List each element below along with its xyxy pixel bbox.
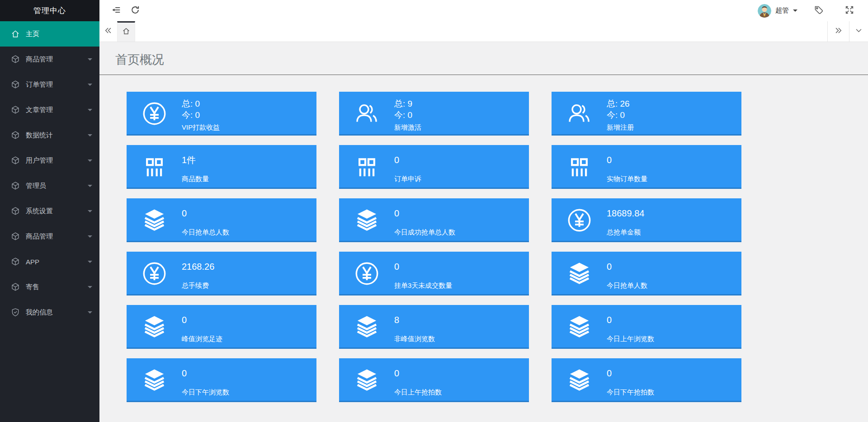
sidebar-item[interactable]: 我的信息 bbox=[0, 300, 99, 325]
stat-card-label: 今日抢单人数 bbox=[607, 281, 647, 290]
sidebar-item[interactable]: 系统设置 bbox=[0, 198, 99, 224]
stat-card-value: 0 bbox=[394, 208, 455, 218]
stat-card: 总: 0今: 0VIP打款收益 bbox=[127, 92, 316, 136]
cube-icon bbox=[11, 156, 20, 165]
goods-icon bbox=[339, 155, 394, 179]
cube-icon bbox=[11, 55, 20, 64]
tabbar bbox=[99, 21, 868, 42]
stat-card: 0今日成功抢单总人数 bbox=[339, 198, 529, 242]
stat-card-body: 8非峰值浏览数 bbox=[394, 310, 435, 343]
collapse-menu-button[interactable] bbox=[107, 1, 126, 20]
stat-card-label: 订单申诉 bbox=[394, 174, 421, 183]
stat-card-line: 今: 0 bbox=[394, 109, 421, 121]
stat-card-value: 0 bbox=[607, 368, 654, 378]
stat-card-line: 今: 0 bbox=[607, 109, 634, 121]
sidebar-item-label: 用户管理 bbox=[26, 156, 53, 165]
stat-card-body: 0今日上午浏览数 bbox=[607, 310, 654, 343]
stat-card-value: 8 bbox=[394, 315, 435, 325]
sidebar-item-label: 订单管理 bbox=[26, 80, 53, 89]
stat-card-label: 今日抢单总人数 bbox=[182, 228, 229, 237]
stat-card-body: 0今日抢单人数 bbox=[607, 257, 647, 290]
sidebar-item-label: 数据统计 bbox=[26, 131, 53, 140]
sidebar-item[interactable]: 商品管理 bbox=[0, 47, 99, 72]
caret-down-icon bbox=[88, 84, 92, 88]
page-title: 首页概况 bbox=[99, 42, 868, 75]
cube-icon bbox=[11, 181, 20, 190]
stat-card: 1件商品数量 bbox=[127, 145, 316, 189]
stat-card-body: 18689.84总抢单金额 bbox=[607, 204, 644, 237]
sidebar-item-label: 管理员 bbox=[26, 182, 46, 190]
layers-icon bbox=[127, 368, 182, 393]
sidebar-item[interactable]: 订单管理 bbox=[0, 72, 99, 97]
refresh-icon bbox=[130, 5, 140, 17]
home-icon bbox=[122, 27, 130, 37]
cube-icon bbox=[11, 257, 20, 266]
cube-icon bbox=[11, 206, 20, 216]
layers-icon bbox=[552, 368, 607, 393]
collapse-menu-icon bbox=[111, 5, 121, 17]
stat-card-label: 商品数量 bbox=[182, 174, 209, 183]
tabs-scroll-left-button[interactable] bbox=[99, 21, 117, 42]
stat-card-line: 总: 9 bbox=[394, 98, 421, 109]
user-menu[interactable]: 超管 bbox=[758, 4, 797, 18]
stat-card: 0今日抢单总人数 bbox=[127, 198, 316, 242]
cube-icon bbox=[11, 105, 20, 114]
sidebar-item[interactable]: 数据统计 bbox=[0, 122, 99, 148]
caret-down-icon bbox=[88, 235, 92, 240]
home-icon bbox=[11, 29, 20, 38]
stat-card-line: 今: 0 bbox=[182, 109, 220, 121]
sidebar-item[interactable]: 管理员 bbox=[0, 173, 99, 198]
stats-grid: 总: 0今: 0VIP打款收益总: 9今: 0新增激活总: 26今: 0新增注册… bbox=[99, 75, 868, 402]
caret-down-icon bbox=[793, 9, 797, 14]
stat-card-value: 2168.26 bbox=[182, 262, 214, 272]
stat-card: 0今日上午浏览数 bbox=[552, 305, 741, 349]
tab-home[interactable] bbox=[117, 21, 135, 42]
sidebar-item-label: 系统设置 bbox=[26, 207, 53, 216]
stat-card: 0实物订单数量 bbox=[552, 145, 741, 189]
caret-down-icon bbox=[88, 311, 92, 316]
sidebar-item[interactable]: 寄售 bbox=[0, 274, 99, 300]
chevron-down-icon bbox=[855, 27, 863, 36]
stat-card-value: 0 bbox=[182, 368, 229, 378]
stat-card-body: 1件商品数量 bbox=[182, 150, 209, 183]
stat-card-label: 总抢单金额 bbox=[607, 228, 644, 237]
topbar: 超管 bbox=[99, 0, 868, 21]
stat-card: 18689.84总抢单金额 bbox=[552, 198, 741, 242]
stat-card-value: 0 bbox=[607, 262, 647, 272]
sidebar-item[interactable]: 文章管理 bbox=[0, 97, 99, 122]
users-icon bbox=[552, 101, 607, 126]
refresh-button[interactable] bbox=[126, 1, 145, 20]
stat-card-label: 总手续费 bbox=[182, 281, 214, 290]
sidebar-item[interactable]: 用户管理 bbox=[0, 148, 99, 173]
tabs-scroll-right-button[interactable] bbox=[827, 21, 849, 42]
layers-icon bbox=[339, 314, 394, 339]
caret-down-icon bbox=[88, 109, 92, 113]
stat-card-label: 今日下午抢拍数 bbox=[607, 388, 654, 397]
yen-circle-icon bbox=[552, 208, 607, 233]
app-title: 管理中心 bbox=[0, 0, 99, 21]
stat-card: 0今日下午浏览数 bbox=[127, 358, 316, 402]
stat-card-body: 总: 26今: 0新增注册 bbox=[607, 95, 634, 132]
stat-card: 0今日下午抢拍数 bbox=[552, 358, 741, 402]
stat-card: 0峰值浏览足迹 bbox=[127, 305, 316, 349]
stat-card-value: 0 bbox=[394, 262, 452, 272]
stat-card-value: 0 bbox=[394, 155, 421, 165]
stat-card: 0今日上午抢拍数 bbox=[339, 358, 529, 402]
sidebar-item[interactable]: APP bbox=[0, 249, 99, 274]
sidebar-item[interactable]: 主页 bbox=[0, 21, 99, 47]
stat-card-label: 新增注册 bbox=[607, 123, 634, 132]
tag-button[interactable] bbox=[809, 1, 828, 20]
sidebar-item[interactable]: 商品管理 bbox=[0, 224, 99, 249]
stat-card: 总: 26今: 0新增注册 bbox=[552, 92, 741, 136]
stat-card-label: VIP打款收益 bbox=[182, 123, 220, 132]
stat-card-value: 0 bbox=[607, 315, 654, 325]
cube-icon bbox=[11, 282, 20, 291]
stat-card-body: 总: 9今: 0新增激活 bbox=[394, 95, 421, 132]
stat-card-body: 0今日下午抢拍数 bbox=[607, 364, 654, 397]
yen-circle-icon bbox=[339, 261, 394, 286]
yen-circle-icon bbox=[127, 101, 182, 126]
stat-card-value: 0 bbox=[182, 315, 222, 325]
fullscreen-button[interactable] bbox=[840, 1, 859, 20]
stat-card-body: 0订单申诉 bbox=[394, 150, 421, 183]
tabs-menu-button[interactable] bbox=[849, 21, 868, 42]
